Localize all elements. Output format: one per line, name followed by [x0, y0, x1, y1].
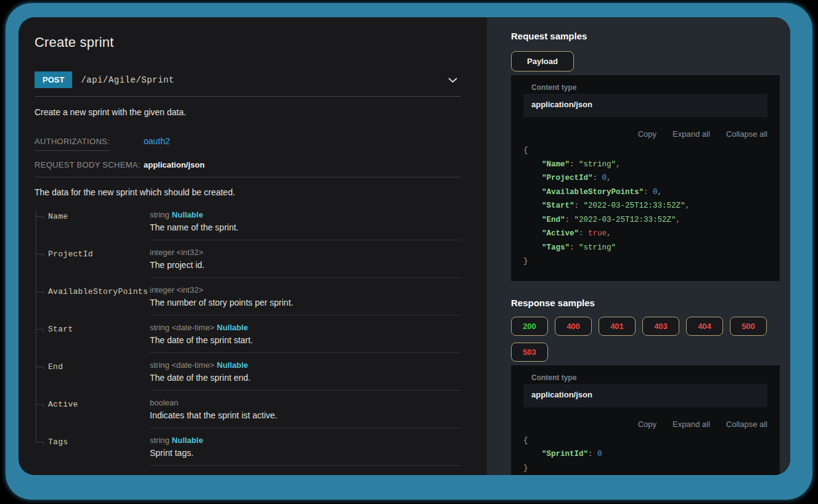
- field-row: Startstring <date-time>NullableThe date …: [35, 323, 461, 360]
- status-503-button[interactable]: 503: [511, 343, 548, 362]
- tree-connector-icon: [35, 398, 48, 436]
- operation-description: Create a new sprint with the given data.: [35, 107, 461, 117]
- status-403-button[interactable]: 403: [642, 317, 679, 336]
- field-row: TagsstringNullableSprint tags.: [35, 436, 461, 473]
- field-type: boolean: [150, 398, 461, 407]
- field-details: booleanIndicates that the sprint ist act…: [150, 398, 461, 428]
- field-details: integer <int32>The number of story point…: [150, 285, 461, 315]
- field-type: integer <int32>: [150, 248, 461, 257]
- request-body-schema-row: REQUEST BODY SCHEMA: application/json: [35, 160, 461, 177]
- response-sample-panel: Content type application/json CopyExpand…: [511, 365, 780, 476]
- status-200-button[interactable]: 200: [511, 317, 548, 336]
- authorizations-row: AUTHORIZATIONS: oauth2: [35, 136, 461, 151]
- payload-tab[interactable]: Payload: [511, 51, 574, 71]
- field-name: Tags: [48, 436, 150, 473]
- code-actions: CopyExpand allCollapse all: [523, 129, 767, 139]
- status-404-button[interactable]: 404: [686, 317, 723, 336]
- field-description: The project id.: [150, 260, 461, 270]
- copy-action[interactable]: Copy: [638, 129, 656, 139]
- code-actions: CopyExpand allCollapse all: [523, 420, 767, 429]
- window-frame: Create sprint POST /api/Agile/Sprint Cre…: [6, 3, 812, 500]
- collapse-all-action[interactable]: Collapse all: [726, 420, 767, 429]
- field-row: NamestringNullableThe name of the sprint…: [35, 210, 461, 248]
- field-name: End: [48, 360, 150, 398]
- request-sample-panel: Content type application/json CopyExpand…: [511, 75, 780, 281]
- request-samples-heading: Request samples: [511, 31, 780, 41]
- tree-connector-icon: [35, 210, 48, 248]
- tree-connector-icon: [35, 436, 48, 473]
- code-line: "Start": "2022-03-25T12:33:52Z",: [523, 199, 767, 213]
- page-title: Create sprint: [35, 35, 461, 51]
- field-name: ProjectId: [48, 248, 150, 285]
- field-type: string <date-time>Nullable: [150, 323, 461, 332]
- code-line: }: [523, 254, 767, 269]
- code-line: "AvailableStoryPoints": 0,: [523, 185, 767, 200]
- collapse-all-action[interactable]: Collapse all: [726, 129, 767, 139]
- field-description: The date of the sprint start.: [150, 335, 461, 345]
- field-description: The name of the sprint.: [150, 222, 461, 232]
- field-details: string <date-time>NullableThe date of th…: [150, 323, 461, 353]
- http-method-badge: POST: [35, 71, 72, 88]
- field-type: integer <int32>: [150, 285, 461, 295]
- code-line: }: [523, 461, 767, 476]
- request-body-schema-value: application/json: [144, 160, 205, 169]
- code-line: "SprintId": 0: [523, 447, 767, 461]
- field-type: stringNullable: [150, 210, 461, 219]
- tree-connector-icon: [35, 285, 48, 323]
- field-name: Start: [48, 323, 150, 360]
- field-details: string <date-time>NullableThe date of th…: [150, 360, 461, 391]
- field-name: Active: [48, 398, 150, 436]
- field-description: The number of story points per sprint.: [150, 298, 461, 307]
- status-code-buttons: 200400401403404500503: [511, 317, 780, 362]
- field-details: stringNullableSprint tags.: [150, 436, 461, 466]
- expand-all-action[interactable]: Expand all: [673, 129, 710, 139]
- field-description: Indicates that the sprint ist active.: [150, 410, 461, 420]
- nullable-flag: Nullable: [217, 360, 248, 370]
- field-type: string <date-time>Nullable: [150, 360, 461, 370]
- response-json-code: { "SprintId": 0}: [523, 434, 767, 476]
- samples-section: Request samples Payload Content type app…: [487, 17, 790, 475]
- status-400-button[interactable]: 400: [555, 317, 592, 336]
- api-doc-panel: Create sprint POST /api/Agile/Sprint Cre…: [18, 17, 790, 475]
- oauth2-link[interactable]: oauth2: [144, 136, 170, 146]
- request-body-schema-label: REQUEST BODY SCHEMA:: [35, 160, 144, 169]
- nullable-flag: Nullable: [172, 436, 203, 445]
- field-details: integer <int32>The project id.: [150, 248, 461, 278]
- field-row: ProjectIdinteger <int32>The project id.: [35, 248, 461, 285]
- code-line: {: [523, 434, 767, 448]
- request-json-code: { "Name": "string", "ProjectId": 0, "Ava…: [523, 144, 767, 269]
- code-line: "End": "2022-03-25T12:33:52Z",: [523, 213, 767, 227]
- status-500-button[interactable]: 500: [730, 317, 767, 336]
- operation-doc-section: Create sprint POST /api/Agile/Sprint Cre…: [18, 17, 487, 475]
- response-samples-heading: Response samples: [511, 298, 780, 308]
- tree-connector-icon: [35, 248, 48, 285]
- code-line: "Active": true,: [523, 227, 767, 241]
- content-type-label: Content type: [531, 83, 767, 92]
- nullable-flag: Nullable: [172, 210, 203, 219]
- field-type: stringNullable: [150, 436, 461, 445]
- chevron-down-icon[interactable]: [448, 75, 457, 86]
- field-details: stringNullableThe name of the sprint.: [150, 210, 461, 240]
- content-type-label: Content type: [531, 373, 767, 382]
- content-type-select[interactable]: application/json: [523, 384, 767, 407]
- nullable-flag: Nullable: [217, 323, 248, 332]
- field-row: Endstring <date-time>NullableThe date of…: [35, 360, 461, 398]
- tree-connector-icon: [35, 323, 48, 360]
- field-description: Sprint tags.: [150, 448, 461, 458]
- code-line: "ProjectId": 0,: [523, 171, 767, 185]
- field-row: ActivebooleanIndicates that the sprint i…: [35, 398, 461, 436]
- content-type-select[interactable]: application/json: [523, 94, 767, 117]
- status-401-button[interactable]: 401: [599, 317, 636, 336]
- copy-action[interactable]: Copy: [638, 420, 656, 429]
- endpoint-row[interactable]: POST /api/Agile/Sprint: [35, 71, 461, 97]
- field-name: AvailableStoryPoints: [48, 285, 150, 323]
- code-line: {: [523, 144, 767, 158]
- code-line: "Name": "string",: [523, 158, 767, 172]
- expand-all-action[interactable]: Expand all: [673, 420, 710, 429]
- schema-field-list: NamestringNullableThe name of the sprint…: [35, 210, 461, 473]
- field-row: AvailableStoryPointsinteger <int32>The n…: [35, 285, 461, 323]
- tree-connector-icon: [35, 360, 48, 398]
- code-line: "Tags": "string": [523, 241, 767, 255]
- authorizations-label: AUTHORIZATIONS:: [35, 137, 144, 151]
- field-name: Name: [48, 210, 150, 248]
